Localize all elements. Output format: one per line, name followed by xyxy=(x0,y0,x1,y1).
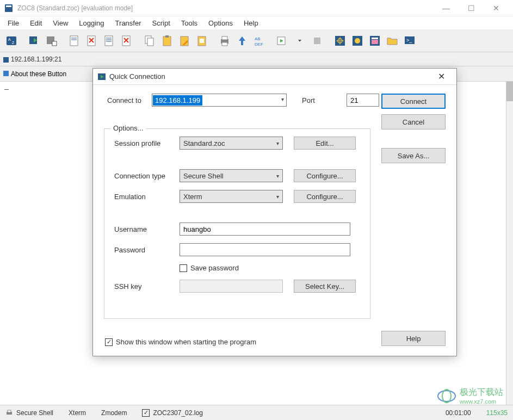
printer-icon xyxy=(5,409,13,417)
menu-tools[interactable]: Tools xyxy=(176,18,203,28)
port-label: Port xyxy=(299,96,340,104)
help-button[interactable]: Help xyxy=(381,331,446,346)
dialog-close-button[interactable]: ✕ xyxy=(430,69,452,85)
window-titlebar: ZOC8 (Standard.zoc) [evaluation mode] — … xyxy=(0,0,513,16)
svg-point-50 xyxy=(442,390,451,403)
color-options-icon[interactable] xyxy=(349,33,366,49)
menu-edit[interactable]: Edit xyxy=(24,18,47,28)
watermark-icon xyxy=(437,388,456,404)
window-options-icon[interactable] xyxy=(367,33,383,49)
emulation-value: Xterm xyxy=(183,193,202,201)
print-icon[interactable] xyxy=(217,33,233,49)
vertical-scrollbar[interactable] xyxy=(506,82,513,405)
paste-special-icon[interactable] xyxy=(194,33,210,49)
new-connection-icon[interactable] xyxy=(44,33,60,49)
menu-file[interactable]: File xyxy=(2,18,24,28)
svg-rect-42 xyxy=(372,40,378,44)
toolbar: AZ ABDEF >_ xyxy=(0,29,513,52)
copy-icon[interactable] xyxy=(141,33,158,49)
log-checkbox[interactable]: ✓ xyxy=(142,409,150,417)
status-xfer: Zmodem xyxy=(101,409,127,417)
svg-rect-45 xyxy=(3,57,9,63)
connect-to-label: Connect to xyxy=(104,96,145,104)
menu-logging[interactable]: Logging xyxy=(73,18,109,28)
host-directory-icon[interactable]: AZ xyxy=(3,33,20,49)
svg-rect-26 xyxy=(222,36,227,40)
svg-rect-46 xyxy=(3,71,9,76)
close-button[interactable]: ✕ xyxy=(484,0,509,16)
session-profile-combo[interactable]: Standard.zoc ▾ xyxy=(180,137,283,150)
status-connection: Secure Shell xyxy=(5,409,53,417)
run-script-icon[interactable] xyxy=(274,33,291,49)
svg-rect-21 xyxy=(165,35,169,38)
terminal-prompt: — xyxy=(4,85,9,93)
port-input[interactable] xyxy=(347,94,379,107)
host-combo[interactable]: 192.168.1.199 ▾ xyxy=(152,94,287,107)
menu-view[interactable]: View xyxy=(47,18,73,28)
paste-edit-icon[interactable] xyxy=(176,33,193,49)
username-input[interactable] xyxy=(180,223,350,236)
svg-text:AB: AB xyxy=(255,36,261,41)
app-icon xyxy=(4,4,13,13)
status-bar: Secure Shell Xterm Zmodem ✓ ZOC2307_02.l… xyxy=(0,405,513,420)
session-profile-value: Standard.zoc xyxy=(183,139,225,147)
cancel-button[interactable]: Cancel xyxy=(381,114,446,129)
session-profile-icon[interactable] xyxy=(66,33,83,49)
options-label: Options... xyxy=(111,124,146,132)
scrollbar-thumb[interactable] xyxy=(506,82,513,101)
script-dropdown-icon[interactable] xyxy=(292,33,308,49)
stop-script-icon[interactable] xyxy=(309,33,325,49)
chevron-down-icon: ▾ xyxy=(276,140,279,146)
emulation-combo[interactable]: Xterm ▾ xyxy=(180,190,283,203)
quick-connect-icon[interactable] xyxy=(26,33,42,49)
save-password-label: Save password xyxy=(190,264,239,272)
session-list-icon[interactable] xyxy=(101,33,118,49)
configure-emulation-button[interactable]: Configure... xyxy=(294,190,356,203)
menu-options[interactable]: Options xyxy=(203,18,238,28)
session-tab[interactable]: 192.168.1.199:21 xyxy=(3,55,61,63)
find-icon[interactable]: ABDEF xyxy=(251,33,268,49)
connection-type-combo[interactable]: Secure Shell ▾ xyxy=(180,169,283,182)
session-delete-icon[interactable] xyxy=(84,33,100,49)
password-input[interactable] xyxy=(180,243,350,256)
menu-script[interactable]: Script xyxy=(147,18,176,28)
terminal-options-icon[interactable]: >_ xyxy=(401,33,418,49)
status-connection-label: Secure Shell xyxy=(16,409,53,417)
tab-bar: 192.168.1.199:21 xyxy=(0,52,513,66)
dialog-titlebar[interactable]: Quick Connection ✕ xyxy=(93,69,456,85)
svg-point-39 xyxy=(355,38,360,44)
select-key-button[interactable]: Select Key... xyxy=(294,280,356,293)
status-size: 115x35 xyxy=(486,409,508,417)
status-log-label: ZOC2307_02.log xyxy=(153,409,202,417)
chevron-down-icon: ▾ xyxy=(276,194,279,200)
svg-rect-8 xyxy=(52,41,57,46)
watermark-url: www.xz7.com xyxy=(460,398,503,405)
svg-marker-32 xyxy=(298,40,301,42)
save-as-button[interactable]: Save As... xyxy=(381,148,446,163)
menu-bar: File Edit View Logging Transfer Script T… xyxy=(0,16,513,29)
status-emulation: Xterm xyxy=(69,409,86,417)
upload-icon[interactable] xyxy=(234,33,250,49)
configure-connection-button[interactable]: Configure... xyxy=(294,169,356,182)
svg-rect-41 xyxy=(372,38,378,39)
menu-transfer[interactable]: Transfer xyxy=(110,18,147,28)
connection-type-label: Connection type xyxy=(114,172,174,180)
minimize-button[interactable]: — xyxy=(434,0,459,16)
about-buttons-icon xyxy=(3,70,9,78)
save-password-checkbox[interactable] xyxy=(180,264,187,272)
svg-text:Z: Z xyxy=(12,41,15,45)
maximize-button[interactable]: ☐ xyxy=(459,0,484,16)
menu-help[interactable]: Help xyxy=(238,18,264,28)
show-window-checkbox[interactable] xyxy=(105,338,113,346)
status-time: 00:01:00 xyxy=(446,409,471,417)
tab-label: 192.168.1.199:21 xyxy=(11,55,61,63)
connect-button[interactable]: Connect xyxy=(381,94,446,109)
session-list-delete-icon[interactable] xyxy=(119,33,135,49)
username-label: Username xyxy=(114,225,174,233)
about-buttons-label: About these Button xyxy=(11,70,66,78)
options-icon[interactable] xyxy=(332,33,348,49)
edit-button[interactable]: Edit... xyxy=(294,137,356,150)
folder-icon[interactable] xyxy=(384,33,400,49)
paste-icon[interactable] xyxy=(159,33,175,49)
about-buttons-item[interactable]: About these Button xyxy=(3,70,66,78)
